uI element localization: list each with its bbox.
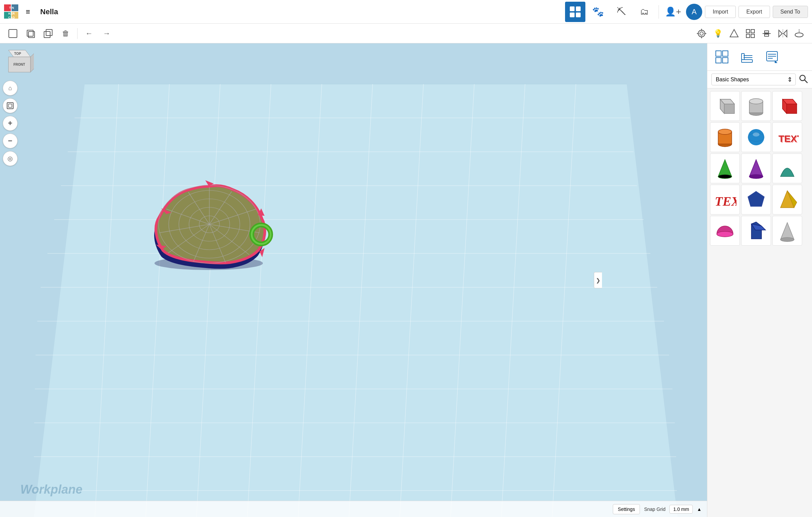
svg-rect-13 xyxy=(28,32,35,38)
view-mode-btn[interactable] xyxy=(694,26,709,41)
svg-rect-89 xyxy=(7,103,13,109)
home-view-btn[interactable]: ⌂ xyxy=(3,81,18,96)
shape-cylinder-gray[interactable] xyxy=(741,91,771,121)
svg-rect-26 xyxy=(751,34,754,38)
snap-grid-value[interactable]: 1.0 mm xyxy=(669,505,693,514)
canvas-object[interactable] xyxy=(141,168,283,278)
user-avatar[interactable]: A xyxy=(686,4,702,20)
ruler-btn[interactable] xyxy=(735,46,759,68)
shape-box-gray[interactable] xyxy=(710,91,740,121)
hamburger-icon[interactable]: ≡ xyxy=(23,5,33,19)
shape-half-sphere-pink[interactable] xyxy=(710,216,740,246)
shape-prism-blue[interactable] xyxy=(741,216,771,246)
svg-rect-8 xyxy=(576,6,581,11)
perspective-btn[interactable]: ◎ xyxy=(3,151,18,166)
svg-text:TIN: TIN xyxy=(9,6,14,9)
shape-grid: TEXT TEXT xyxy=(707,88,812,517)
svg-rect-29 xyxy=(765,34,769,36)
workplane-label: Workplane xyxy=(20,482,82,497)
shape-cone-gray[interactable] xyxy=(772,216,802,246)
delete-btn[interactable]: 🗑 xyxy=(58,26,73,41)
activity-nav-btn[interactable]: 🐾 xyxy=(588,2,608,22)
undo-btn[interactable]: ← xyxy=(82,26,97,41)
import-btn[interactable]: Import xyxy=(705,6,736,18)
shape-row-2: TEXT TEXT xyxy=(710,122,809,152)
grid-view-btn[interactable] xyxy=(710,46,734,68)
shape-paraboloid-teal[interactable] xyxy=(772,153,802,183)
gallery-nav-btn[interactable]: 🗂 xyxy=(634,2,654,22)
project-name[interactable]: Nella xyxy=(40,7,58,16)
svg-rect-25 xyxy=(746,34,750,38)
svg-point-125 xyxy=(718,174,732,179)
build-nav-btn[interactable]: ⛏ xyxy=(611,2,631,22)
svg-rect-14 xyxy=(44,32,50,38)
svg-rect-15 xyxy=(46,29,52,36)
copy-btn[interactable] xyxy=(41,26,56,41)
svg-marker-126 xyxy=(749,160,763,177)
shape-search-icon[interactable] xyxy=(798,74,808,85)
shape-selector: Basic Shapes ⇕ xyxy=(707,71,812,88)
svg-rect-28 xyxy=(765,31,769,33)
svg-rect-9 xyxy=(570,13,575,17)
svg-marker-36 xyxy=(34,84,678,517)
svg-point-33 xyxy=(795,33,803,37)
shape-box-red[interactable] xyxy=(772,91,802,121)
snap-btn[interactable] xyxy=(743,26,758,41)
shape-cone-green[interactable] xyxy=(710,153,740,183)
shape-category-dropdown[interactable]: Basic Shapes xyxy=(711,74,796,85)
settings-btn[interactable]: Settings xyxy=(613,504,640,514)
svg-marker-129 xyxy=(748,191,764,206)
right-panel: Basic Shapes ⇕ xyxy=(707,43,812,517)
svg-point-112 xyxy=(749,99,763,104)
svg-marker-86 xyxy=(30,52,34,72)
light-btn[interactable]: 💡 xyxy=(710,26,725,41)
tinkercad-logo: TIN KER CAD xyxy=(4,4,19,19)
viewport-area[interactable]: Workplane TOP FRONT ⌂ xyxy=(0,43,707,517)
svg-rect-94 xyxy=(723,58,728,63)
svg-point-17 xyxy=(700,32,703,35)
notes-btn[interactable] xyxy=(760,46,784,68)
svg-point-121 xyxy=(753,132,759,137)
redo-btn[interactable]: → xyxy=(99,26,114,41)
shape-pyramid-yellow[interactable] xyxy=(772,185,802,214)
snap-grid-label: Snap Grid xyxy=(644,506,665,512)
svg-rect-24 xyxy=(751,29,754,33)
mirror-btn[interactable] xyxy=(775,26,790,41)
send-to-btn[interactable]: Send To xyxy=(773,6,808,18)
zoom-out-btn[interactable]: − xyxy=(3,133,18,148)
svg-text:KER: KER xyxy=(8,12,15,15)
shape-star-blue[interactable]: TEXT xyxy=(710,185,740,214)
top-navbar: TIN KER CAD ≡ Nella 🐾 ⛏ 🗂 👤+ A Import Ex… xyxy=(0,0,812,24)
svg-rect-92 xyxy=(723,51,728,56)
svg-marker-22 xyxy=(730,29,738,37)
snap-grid-arrow[interactable]: ▲ xyxy=(697,506,702,512)
shape-helper-btn[interactable] xyxy=(727,26,742,41)
svg-rect-11 xyxy=(9,29,17,38)
view-cube[interactable]: TOP FRONT xyxy=(3,47,30,74)
align-btn[interactable] xyxy=(759,26,774,41)
svg-marker-31 xyxy=(784,30,787,37)
duplicate-btn[interactable] xyxy=(23,26,38,41)
export-btn[interactable]: Export xyxy=(738,6,770,18)
shape-cylinder-orange[interactable] xyxy=(710,122,740,152)
new-shape-btn[interactable] xyxy=(5,26,20,41)
home-nav-btn[interactable] xyxy=(565,2,585,22)
svg-point-127 xyxy=(749,174,763,179)
workplane-btn[interactable] xyxy=(792,26,807,41)
shape-pentagon-blue[interactable] xyxy=(741,185,771,214)
shape-row-5 xyxy=(710,216,809,246)
zoom-in-btn[interactable]: + xyxy=(3,116,18,131)
left-controls: ⌂ + − ◎ xyxy=(3,81,18,166)
frame-btn[interactable] xyxy=(3,98,18,113)
shape-sphere-blue[interactable] xyxy=(741,122,771,152)
add-user-btn[interactable]: 👤+ xyxy=(663,2,683,22)
shape-cone-purple[interactable] xyxy=(741,153,771,183)
right-top-icons xyxy=(707,43,812,71)
main-layout: Workplane TOP FRONT ⌂ xyxy=(0,43,812,517)
svg-rect-91 xyxy=(716,51,721,56)
svg-rect-7 xyxy=(570,6,575,11)
shape-text-3d[interactable]: TEXT TEXT xyxy=(772,122,802,152)
svg-point-133 xyxy=(717,231,733,237)
svg-rect-96 xyxy=(742,54,744,60)
collapse-handle[interactable]: ❯ xyxy=(594,272,602,288)
